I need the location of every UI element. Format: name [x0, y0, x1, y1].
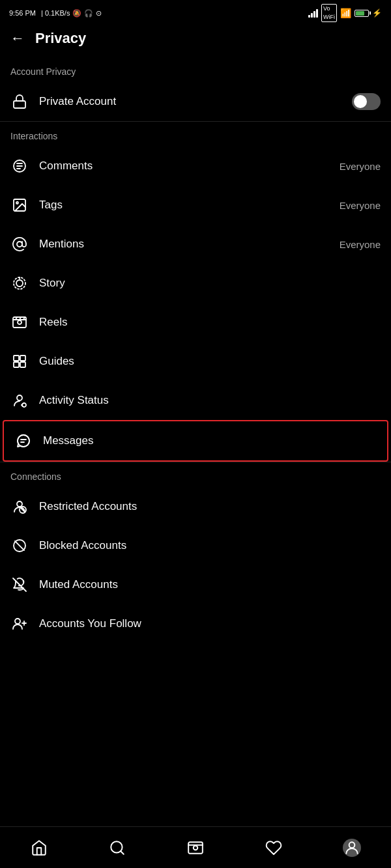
status-left: 9:56 PM | 0.1KB/s 🔕 🎧 ⊙: [9, 9, 102, 18]
muted-accounts-item[interactable]: Muted Accounts: [0, 565, 391, 604]
svg-rect-16: [14, 362, 19, 367]
section-account-privacy: Account Privacy: [0, 57, 391, 82]
blocked-accounts-label: Blocked Accounts: [39, 539, 381, 552]
restricted-accounts-item[interactable]: Restricted Accounts: [0, 487, 391, 526]
section-connections: Connections: [0, 462, 391, 487]
at-icon: [10, 235, 29, 253]
wifi-icon: 📶: [340, 8, 351, 18]
content-area: Account Privacy Private Account Interact…: [0, 57, 391, 689]
tags-icon: [10, 196, 29, 214]
activity-icon: [10, 391, 29, 410]
svg-point-4: [17, 242, 22, 247]
mentions-label: Mentions: [39, 238, 340, 251]
svg-point-19: [22, 403, 26, 407]
svg-point-3: [16, 202, 18, 204]
tags-label: Tags: [39, 199, 340, 212]
lock-icon: [10, 92, 29, 111]
svg-rect-17: [20, 362, 25, 367]
private-account-label: Private Account: [39, 95, 352, 108]
svg-point-6: [16, 280, 23, 287]
guides-icon: [10, 352, 29, 371]
svg-line-26: [15, 541, 24, 550]
comments-item[interactable]: Comments Everyone: [0, 147, 391, 186]
tags-value: Everyone: [340, 200, 381, 211]
header: ← Privacy: [0, 23, 391, 57]
comment-icon: [10, 157, 29, 175]
svg-line-30: [121, 851, 124, 854]
restricted-accounts-label: Restricted Accounts: [39, 500, 381, 513]
activity-status-label: Activity Status: [39, 394, 381, 407]
section-interactions: Interactions: [0, 122, 391, 147]
home-icon: [31, 839, 48, 856]
mute-icon: 🔕: [72, 9, 81, 18]
svg-point-34: [349, 842, 355, 848]
following-icon: [10, 615, 29, 633]
nav-profile[interactable]: [336, 832, 368, 863]
reels-label: Reels: [39, 316, 381, 329]
messages-item[interactable]: Messages: [3, 420, 388, 462]
profile-avatar: [343, 839, 361, 857]
story-item[interactable]: Story: [0, 264, 391, 303]
mentions-value: Everyone: [340, 239, 381, 250]
muted-icon: [10, 576, 29, 594]
status-right: VoWiFi 📶 ⚡: [308, 4, 382, 21]
svg-point-28: [15, 619, 20, 624]
time: 9:56 PM: [9, 9, 36, 17]
restricted-icon: [10, 497, 29, 516]
svg-rect-15: [20, 356, 25, 361]
messages-label: Messages: [43, 434, 377, 447]
svg-rect-31: [188, 842, 203, 853]
private-account-item[interactable]: Private Account: [0, 82, 391, 121]
nav-heart[interactable]: [258, 832, 289, 863]
muted-accounts-label: Muted Accounts: [39, 578, 381, 591]
page-title: Privacy: [35, 30, 86, 47]
signal-icon: [308, 8, 318, 18]
story-label: Story: [39, 277, 381, 290]
reels-nav-icon: [187, 839, 204, 856]
blocked-icon: [10, 537, 29, 555]
blocked-accounts-item[interactable]: Blocked Accounts: [0, 526, 391, 565]
nav-reels[interactable]: [180, 832, 211, 863]
comments-value: Everyone: [340, 161, 381, 172]
heart-icon: [265, 839, 282, 856]
svg-rect-0: [14, 101, 25, 108]
data-speed: | 0.1KB/s: [41, 9, 70, 17]
accounts-you-follow-label: Accounts You Follow: [39, 617, 381, 630]
svg-point-18: [17, 395, 22, 400]
guides-label: Guides: [39, 355, 381, 368]
nav-home[interactable]: [23, 832, 55, 863]
reels-item[interactable]: Reels: [0, 303, 391, 342]
svg-rect-14: [14, 356, 19, 361]
private-account-toggle[interactable]: [352, 93, 381, 110]
battery-icon: [355, 10, 369, 17]
vo-wifi-badge: VoWiFi: [321, 4, 337, 21]
accounts-you-follow-item[interactable]: Accounts You Follow: [0, 604, 391, 643]
activity-status-item[interactable]: Activity Status: [0, 381, 391, 420]
story-icon: [10, 274, 29, 292]
search-icon: [109, 839, 126, 856]
svg-point-22: [17, 501, 22, 507]
headphone-icon: 🎧: [84, 9, 93, 18]
bottom-nav: [0, 826, 391, 868]
svg-point-9: [18, 320, 22, 324]
svg-point-32: [194, 845, 198, 850]
reels-icon: [10, 313, 29, 331]
bolt-icon: ⚡: [372, 8, 382, 18]
status-bar: 9:56 PM | 0.1KB/s 🔕 🎧 ⊙ VoWiFi 📶 ⚡: [0, 0, 391, 23]
messages-icon: [14, 432, 33, 450]
screenrecord-icon: ⊙: [96, 9, 102, 18]
nav-search[interactable]: [102, 832, 133, 863]
comments-label: Comments: [39, 160, 340, 173]
back-button[interactable]: ←: [10, 30, 25, 47]
tags-item[interactable]: Tags Everyone: [0, 186, 391, 225]
guides-item[interactable]: Guides: [0, 342, 391, 381]
mentions-item[interactable]: Mentions Everyone: [0, 225, 391, 264]
